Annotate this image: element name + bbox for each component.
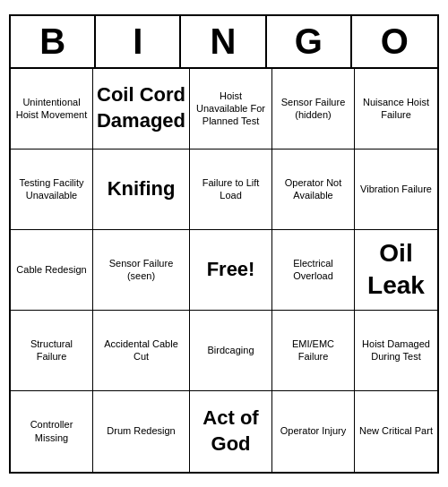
cell-text: Sensor Failure (hidden) (276, 96, 350, 122)
cell-text: Electrical Overload (276, 257, 350, 283)
cell-text: Hoist Unavailable For Planned Test (194, 90, 268, 128)
bingo-cell: New Critical Part (355, 391, 437, 472)
bingo-cell: Oil Leak (355, 230, 437, 311)
bingo-header: BINGO (11, 16, 437, 69)
cell-text: Oil Leak (358, 237, 434, 303)
cell-text: Failure to Lift Load (194, 176, 268, 202)
bingo-cell: Act of God (190, 391, 272, 472)
cell-text: Accidental Cable Cut (97, 337, 185, 363)
bingo-cell: EMI/EMC Failure (272, 311, 355, 391)
bingo-cell: Vibration Failure (355, 150, 437, 230)
cell-text: Nuisance Hoist Failure (358, 96, 434, 122)
bingo-cell: Failure to Lift Load (190, 150, 272, 230)
cell-text: New Critical Part (359, 424, 433, 437)
bingo-cell: Birdcaging (190, 311, 272, 391)
header-letter: N (181, 16, 266, 67)
bingo-card: BINGO Unintentional Hoist MovementCoil C… (9, 14, 439, 474)
cell-text: Hoist Damaged During Test (358, 337, 434, 363)
cell-text: Testing Facility Unavailable (14, 176, 89, 202)
bingo-cell: Free! (190, 230, 272, 311)
cell-text: Birdcaging (208, 344, 254, 356)
bingo-cell: Testing Facility Unavailable (11, 150, 93, 230)
bingo-cell: Coil Cord Damaged (93, 69, 190, 150)
bingo-cell: Accidental Cable Cut (93, 311, 190, 391)
cell-text: Unintentional Hoist Movement (14, 96, 89, 122)
header-letter: G (267, 16, 352, 67)
bingo-cell: Hoist Unavailable For Planned Test (190, 69, 272, 150)
cell-text: Drum Redesign (107, 424, 175, 437)
cell-text: Knifing (108, 176, 176, 202)
bingo-cell: Controller Missing (11, 391, 93, 472)
header-letter: B (11, 16, 96, 67)
cell-text: EMI/EMC Failure (276, 337, 350, 363)
bingo-cell: Knifing (93, 150, 190, 230)
bingo-cell: Unintentional Hoist Movement (11, 69, 93, 150)
bingo-cell: Electrical Overload (272, 230, 355, 311)
bingo-cell: Operator Injury (272, 391, 355, 472)
cell-text: Operator Not Available (276, 176, 350, 202)
bingo-cell: Sensor Failure (hidden) (272, 69, 355, 150)
bingo-cell: Sensor Failure (seen) (93, 230, 190, 311)
cell-text: Controller Missing (14, 418, 89, 444)
bingo-cell: Drum Redesign (93, 391, 190, 472)
header-letter: O (352, 16, 437, 67)
cell-text: Structural Failure (14, 337, 89, 363)
cell-text: Cable Redesign (16, 263, 86, 276)
bingo-cell: Nuisance Hoist Failure (355, 69, 437, 150)
bingo-cell: Cable Redesign (11, 230, 93, 311)
bingo-grid: Unintentional Hoist MovementCoil Cord Da… (11, 69, 437, 472)
cell-text: Act of God (194, 406, 268, 457)
bingo-cell: Structural Failure (11, 311, 93, 391)
bingo-cell: Operator Not Available (272, 150, 355, 230)
bingo-cell: Hoist Damaged During Test (355, 311, 437, 391)
cell-text: Coil Cord Damaged (97, 82, 185, 133)
cell-text: Sensor Failure (seen) (97, 257, 185, 283)
header-letter: I (96, 16, 181, 67)
cell-text: Operator Injury (280, 424, 346, 437)
cell-text: Vibration Failure (360, 183, 432, 195)
cell-text: Free! (207, 257, 255, 283)
